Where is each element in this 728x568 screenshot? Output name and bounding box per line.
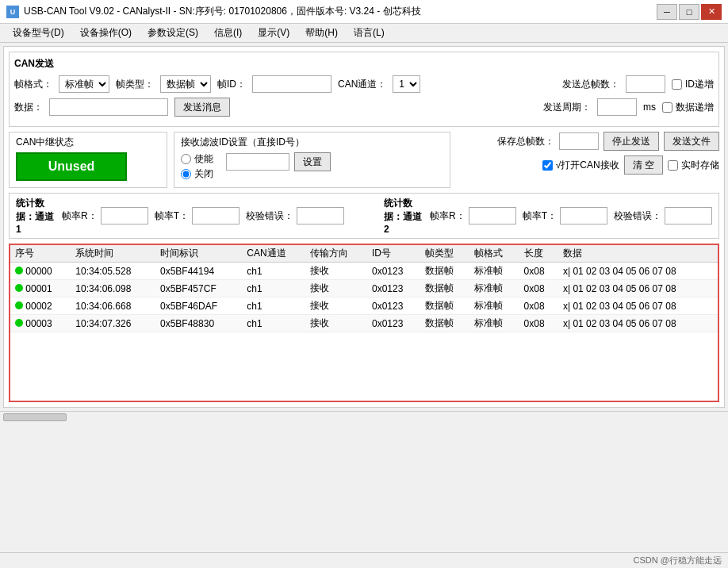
menu-device-type[interactable]: 设备型号(D) [6, 25, 71, 40]
cell-data: x| 01 02 03 04 05 06 07 08 [558, 263, 718, 280]
stats-ch2-err-input: 0 [665, 207, 712, 225]
frame-type-label: 帧类型： [116, 78, 154, 91]
title-bar-controls: ─ □ ✕ [657, 4, 722, 20]
stats-ch1-ft-input: 0 [192, 207, 239, 225]
cell-systime: 10:34:05.528 [71, 263, 155, 280]
clear-button[interactable]: 清 空 [624, 155, 663, 175]
table-row[interactable]: 00000 10:34:05.528 0x5BF44194 ch1 接收 0x0… [10, 263, 718, 280]
can-channel-select[interactable]: 1 [393, 75, 420, 93]
col-header-seq: 序号 [10, 245, 71, 263]
col-header-id: ID号 [367, 245, 420, 263]
cell-data: x| 01 02 03 04 05 06 07 08 [558, 280, 718, 297]
menu-help[interactable]: 帮助(H) [299, 25, 344, 40]
col-header-frameformat: 帧格式 [469, 245, 519, 263]
status-dot [15, 267, 23, 274]
stats-ch1-err-label: 校验错误： [246, 209, 293, 223]
stats-ch2-title: 统计数据：通道2 [384, 197, 423, 235]
save-frames-input[interactable]: 0 [559, 132, 599, 150]
table-row[interactable]: 00001 10:34:06.098 0x5BF457CF ch1 接收 0x0… [10, 280, 718, 297]
filter-close-radio[interactable] [181, 169, 191, 179]
cell-id: 0x0123 [367, 263, 420, 280]
frame-id-input[interactable]: 00 00 00 55 [252, 75, 331, 93]
cell-length: 0x08 [519, 297, 558, 315]
can-send-panel: CAN发送 帧格式： 标准帧 帧类型： 数据帧 帧ID： 00 00 00 55… [9, 52, 719, 127]
stop-send-button[interactable]: 停止发送 [603, 132, 659, 151]
data-input[interactable]: 12 12 24 [49, 98, 168, 116]
cell-canchan: ch1 [242, 280, 305, 297]
status-dot [15, 284, 23, 292]
stats-ch2-box: 统计数据：通道2 帧率R： 0 帧率T： 0 校验错误： 0 [384, 197, 712, 235]
frame-id-label: 帧ID： [217, 78, 246, 91]
filter-close-row: 关闭 [181, 167, 213, 181]
table-row[interactable]: 00003 10:34:07.326 0x5BF48830 ch1 接收 0x0… [10, 315, 718, 332]
menu-info[interactable]: 信息(I) [208, 25, 248, 40]
id-increment-checkbox[interactable] [672, 79, 682, 90]
app-icon: U [6, 6, 19, 18]
data-label: 数据： [14, 101, 43, 114]
status-dot [15, 301, 23, 309]
stats-ch2-fr-field: 帧率R： 0 [430, 207, 516, 225]
open-can-row: √打开CAN接收 清 空 实时存储 [542, 155, 719, 175]
menu-params[interactable]: 参数设定(S) [141, 25, 205, 40]
menu-device-op[interactable]: 设备操作(O) [74, 25, 138, 40]
cell-dot-seq: 00003 [10, 315, 71, 332]
cell-canchan: ch1 [242, 315, 305, 332]
cell-direction: 接收 [305, 263, 367, 280]
cell-id: 0x0123 [367, 297, 420, 315]
filter-value-input[interactable]: 01 02 [226, 153, 289, 171]
minimize-button[interactable]: ─ [657, 4, 677, 20]
frame-format-select[interactable]: 标准帧 [59, 75, 109, 93]
can-send-title: CAN发送 [14, 57, 714, 71]
total-frames-label: 发送总帧数： [562, 78, 619, 91]
stats-ch2-fr-label: 帧率R： [430, 209, 466, 223]
cell-id: 0x0123 [367, 280, 420, 297]
open-can-group: √打开CAN接收 [542, 159, 619, 172]
filter-input-row: 01 02 设置 [226, 152, 331, 171]
title-bar-left: U USB-CAN Tool V9.02 - CANalyst-II - SN:… [6, 5, 421, 18]
filter-set-button[interactable]: 设置 [294, 152, 331, 171]
cell-canchan: ch1 [242, 263, 305, 280]
send-msg-button[interactable]: 发送消息 [174, 98, 230, 117]
data-increment-checkbox[interactable] [662, 102, 672, 113]
stats-ch2-ft-input: 0 [560, 207, 607, 225]
maximize-button[interactable]: □ [679, 4, 699, 20]
table-row[interactable]: 00002 10:34:06.668 0x5BF46DAF ch1 接收 0x0… [10, 297, 718, 315]
frame-type-select[interactable]: 数据帧 [160, 75, 211, 93]
filter-box: 接收滤波ID设置（直接ID号） 使能 关闭 01 02 设置 [174, 132, 450, 188]
table-header-row: 序号 系统时间 时间标识 CAN通道 传输方向 ID号 帧类型 帧格式 长度 数… [10, 245, 718, 263]
stats-ch1-ft-label: 帧率T： [155, 209, 189, 223]
save-frames-row: 保存总帧数： 0 停止发送 发送文件 [497, 132, 719, 151]
unused-button[interactable]: Unused [16, 152, 127, 181]
cell-systime: 10:34:06.098 [71, 280, 155, 297]
filter-enable-label: 使能 [194, 152, 213, 166]
scrollbar-thumb[interactable] [3, 413, 67, 421]
stats-ch1-err-input: 0 [297, 207, 344, 225]
send-file-button[interactable]: 发送文件 [664, 132, 719, 151]
cell-frametype: 数据帧 [420, 297, 469, 315]
stats-ch1-fr-field: 帧率R： 0.3 [62, 207, 148, 225]
realtime-save-group: 实时存储 [668, 159, 719, 172]
bottom-scrollbar[interactable] [0, 411, 728, 422]
stats-ch2-fr-input: 0 [469, 207, 516, 225]
footer-bar: CSDN @行稳方能走远 [0, 552, 728, 568]
cell-length: 0x08 [519, 315, 558, 332]
filter-close-label: 关闭 [194, 167, 213, 181]
data-increment-group: 数据递增 [662, 101, 714, 114]
cell-id: 0x0123 [367, 315, 420, 332]
menu-display[interactable]: 显示(V) [251, 25, 296, 40]
open-can-checkbox[interactable] [542, 160, 553, 171]
col-header-systime: 系统时间 [71, 245, 155, 263]
col-header-data: 数据 [558, 245, 718, 263]
filter-enable-radio[interactable] [181, 154, 191, 164]
realtime-save-label: 实时存储 [681, 159, 719, 172]
cell-timeid: 0x5BF457CF [155, 280, 242, 297]
menu-language[interactable]: 语言(L) [347, 25, 391, 40]
cell-frametype: 数据帧 [420, 263, 469, 280]
total-frames-input[interactable]: 1 [626, 75, 665, 93]
send-period-input[interactable]: 10 [597, 98, 637, 116]
close-button[interactable]: ✕ [701, 4, 722, 20]
stats-ch1-box: 统计数据：通道1 帧率R： 0.3 帧率T： 0 校验错误： 0 [16, 197, 344, 235]
cell-direction: 接收 [305, 280, 367, 297]
cell-length: 0x08 [519, 263, 558, 280]
realtime-save-checkbox[interactable] [668, 160, 678, 171]
